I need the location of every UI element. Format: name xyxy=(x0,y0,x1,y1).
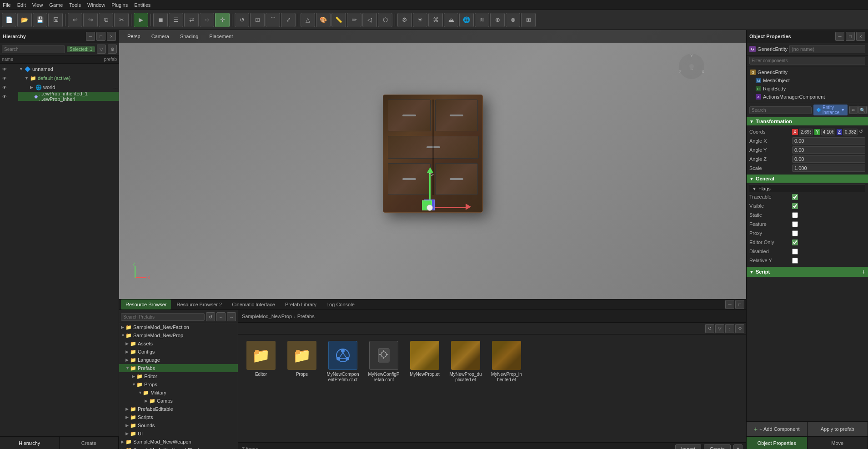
viewport-tab-placement[interactable]: Placement xyxy=(205,33,237,40)
file-newprop[interactable]: MyNewProp.et xyxy=(406,339,443,384)
tree-main-world[interactable]: ▶ 🌐 world --- xyxy=(18,83,119,92)
hierarchy-close-button[interactable]: × xyxy=(107,32,116,41)
proxy-checkbox[interactable] xyxy=(792,230,798,236)
lasso-button[interactable]: ⬡ xyxy=(378,13,392,27)
rtree-military[interactable]: ▼ 📁 Military xyxy=(119,389,238,397)
cube-button[interactable]: ◼ xyxy=(153,13,168,27)
add-component-button[interactable]: + + Add Component xyxy=(747,422,808,436)
reset-button[interactable]: ↺ xyxy=(235,13,249,27)
tab-log-console[interactable]: Log Console xyxy=(322,299,359,309)
undo-button[interactable]: ↩ xyxy=(68,13,82,27)
save-button[interactable]: 💾 xyxy=(33,13,47,27)
play-button[interactable]: ▶ xyxy=(134,13,148,27)
comp-rigidbody[interactable]: R RigidBody xyxy=(747,85,868,93)
traceable-checkbox[interactable] xyxy=(792,194,798,200)
props-close-button[interactable]: × xyxy=(856,32,865,41)
menu-edit[interactable]: Edit xyxy=(17,2,26,8)
resource-forward-icon[interactable]: → xyxy=(227,312,236,321)
hierarchy-search-input[interactable] xyxy=(2,45,65,53)
create-dropdown-icon[interactable]: ▼ xyxy=(733,444,743,449)
props-min-button[interactable]: ─ xyxy=(835,32,844,41)
create-tab-button[interactable]: Create xyxy=(60,437,119,449)
tree-vis-world[interactable]: 👁 xyxy=(0,83,9,92)
bend-button[interactable]: ⌒ xyxy=(266,13,280,27)
hierarchy-max-button[interactable]: □ xyxy=(96,32,105,41)
comp-meshobject[interactable]: M MeshObject xyxy=(747,76,868,85)
gear-button[interactable]: ⚙ xyxy=(397,13,412,27)
feature-checkbox[interactable] xyxy=(792,221,798,227)
snap-button[interactable]: ⊹ xyxy=(200,13,214,27)
visible-checkbox[interactable] xyxy=(792,203,798,209)
resource-settings-btn2[interactable]: ⚙ xyxy=(735,324,744,333)
breadcrumb-prefabs[interactable]: Prefabs xyxy=(297,314,315,319)
search-icon-btn[interactable]: 🔍 xyxy=(858,106,867,114)
tree-row-default[interactable]: 👁 ▼ 📁 default (active) xyxy=(0,74,119,83)
tab-cinematic[interactable]: Cinematic Interface xyxy=(227,299,280,309)
editoronly-checkbox[interactable] xyxy=(792,239,798,245)
coord-z-input[interactable] xyxy=(843,129,858,135)
bottom-panel-max[interactable]: □ xyxy=(735,300,744,309)
rtree-newweapon[interactable]: ▶ 📁 SampleMod_NewWeapon xyxy=(119,438,238,446)
grass-button[interactable]: ⌘ xyxy=(428,13,443,27)
tree-main-unnamed[interactable]: ▼ 🔷 unnamed xyxy=(18,65,119,74)
redo-button[interactable]: ↪ xyxy=(83,13,98,27)
create-button[interactable]: Create xyxy=(704,444,731,449)
rtree-scripts[interactable]: ▶ 📁 Scripts xyxy=(119,413,238,421)
tree-vis-unnamed[interactable]: 👁 xyxy=(0,65,9,74)
file-props[interactable]: 📁 Props xyxy=(284,339,320,384)
import-button[interactable]: Import xyxy=(675,444,701,449)
rtree-assets[interactable]: ▶ 📁 Assets xyxy=(119,339,238,348)
resource-view-btn[interactable]: ⋮ xyxy=(725,324,734,333)
crosshair-button[interactable]: ✛ xyxy=(215,13,230,27)
coord-x-input[interactable] xyxy=(799,129,813,135)
tree-row-entity[interactable]: 👁 ◆ ...ewProp_inherited_1 ...ewProp_inhe… xyxy=(0,92,119,101)
props-max-button[interactable]: □ xyxy=(846,32,855,41)
globe-button[interactable]: 🌐 xyxy=(459,13,474,27)
rtree-prefabs[interactable]: ▼ 📁 Prefabs xyxy=(119,364,238,372)
filter-input[interactable] xyxy=(749,57,865,65)
tree-vis-default[interactable]: 👁 xyxy=(0,74,9,83)
eraser-button[interactable]: ◁ xyxy=(362,13,377,27)
static-checkbox[interactable] xyxy=(792,212,798,218)
file-editor[interactable]: 📁 Editor xyxy=(243,339,279,384)
rtree-camps[interactable]: ▶ 📁 Camps xyxy=(119,397,238,405)
transformation-section-header[interactable]: ▼ Transformation xyxy=(747,117,868,125)
menu-entities[interactable]: Entities xyxy=(134,2,151,8)
hierarchy-settings-icon[interactable]: ⚙ xyxy=(108,45,117,54)
edit-icon-btn[interactable]: ✏ xyxy=(849,106,858,114)
tree-lock-default[interactable] xyxy=(9,74,18,83)
apply-to-prefab-button[interactable]: Apply to prefab xyxy=(808,422,868,436)
script-add-btn[interactable]: + xyxy=(862,268,865,275)
disabled-checkbox[interactable] xyxy=(792,249,798,254)
menu-file[interactable]: File xyxy=(3,2,11,8)
rtree-workbench[interactable]: ▶ 📁 SampleMod_WorkbenchPlugin xyxy=(119,446,238,449)
tab-resource-browser[interactable]: Resource Browser xyxy=(121,299,171,309)
angle-y-input[interactable] xyxy=(792,146,865,154)
viewport-tab-camera[interactable]: Camera xyxy=(147,33,174,40)
transform-button[interactable]: ⇄ xyxy=(184,13,199,27)
path-button[interactable]: ⛰ xyxy=(444,13,458,27)
loop-button[interactable]: ⊡ xyxy=(250,13,265,27)
flags-subsection[interactable]: ▼ Flags xyxy=(749,185,865,192)
entity-name-input[interactable] xyxy=(789,45,865,53)
coord-y-input[interactable] xyxy=(821,129,835,135)
new-button[interactable]: 📄 xyxy=(2,13,16,27)
tree-main-entity[interactable]: ◆ ...ewProp_inherited_1 ...ewProp_inheri xyxy=(18,92,119,101)
saveas-button[interactable]: 🖫 xyxy=(48,13,63,27)
rtree-props[interactable]: ▼ 📁 Props xyxy=(119,380,238,389)
rtree-prefabseditable[interactable]: ▶ 📁 PrefabsEditable xyxy=(119,405,238,413)
rtree-sounds[interactable]: ▶ 📁 Sounds xyxy=(119,421,238,429)
resource-refresh-icon[interactable]: ↺ xyxy=(206,312,215,321)
rtree-newfaction[interactable]: ▶ 📁 SampleMod_NewFaction xyxy=(119,323,238,331)
split-button[interactable]: ⊕ xyxy=(490,13,505,27)
measure-button[interactable]: 📏 xyxy=(331,13,346,27)
bottom-panel-min[interactable]: ─ xyxy=(725,300,734,309)
scale2-button[interactable]: ⤢ xyxy=(281,13,296,27)
breadcrumb-root[interactable]: SampleMod_NewProp xyxy=(242,314,292,319)
pencil-button[interactable]: ✏ xyxy=(347,13,361,27)
entity-instance-badge[interactable]: 🔷 Entity instance ▼ xyxy=(813,105,848,115)
obj-props-footer-tab[interactable]: Object Properties xyxy=(747,437,808,449)
viewport-tab-shading[interactable]: Shading xyxy=(176,33,203,40)
copy-button[interactable]: ⧉ xyxy=(99,13,113,27)
menu-window[interactable]: Window xyxy=(87,2,105,8)
